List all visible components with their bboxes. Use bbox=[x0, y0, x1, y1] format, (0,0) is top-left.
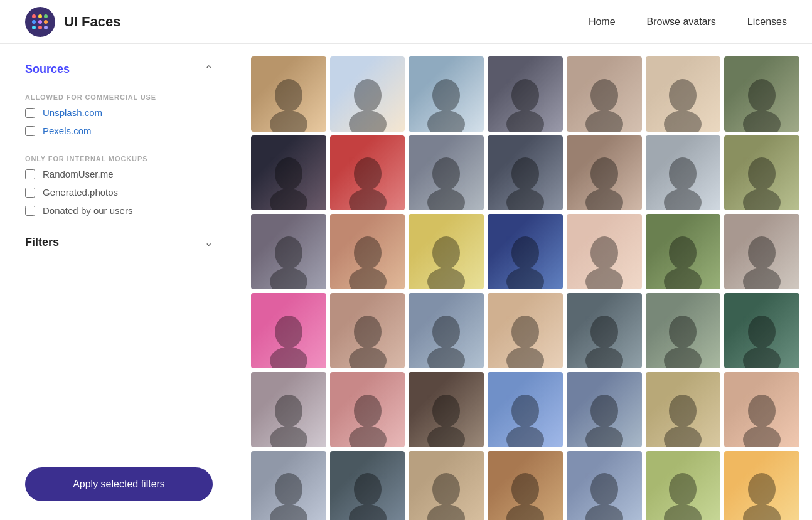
mockup-label: ONLY FOR INTERNAL MOCKUPS bbox=[25, 155, 213, 162]
avatar-item[interactable] bbox=[488, 293, 563, 368]
filters-title: Filters bbox=[25, 236, 59, 249]
avatar-grid-container bbox=[238, 44, 812, 520]
avatar-item[interactable] bbox=[724, 372, 799, 447]
avatar-item[interactable] bbox=[567, 293, 642, 368]
avatar-item[interactable] bbox=[330, 451, 405, 520]
svg-point-80 bbox=[669, 473, 697, 506]
avatar-item[interactable] bbox=[330, 135, 405, 211]
avatar-item[interactable] bbox=[567, 451, 642, 520]
unsplash-label[interactable]: Unsplash.com bbox=[43, 107, 102, 118]
svg-point-46 bbox=[432, 316, 460, 348]
svg-point-21 bbox=[506, 189, 544, 210]
svg-point-42 bbox=[275, 316, 302, 348]
svg-point-54 bbox=[748, 316, 776, 348]
avatar-item[interactable] bbox=[646, 451, 721, 520]
avatar-item[interactable] bbox=[646, 214, 721, 289]
svg-point-45 bbox=[349, 347, 387, 368]
svg-point-53 bbox=[664, 347, 702, 368]
donated-checkbox[interactable] bbox=[25, 206, 35, 216]
svg-point-0 bbox=[275, 79, 302, 112]
avatar-item[interactable] bbox=[488, 451, 563, 520]
avatar-item[interactable] bbox=[646, 135, 721, 211]
apply-filters-button[interactable]: Apply selected filters bbox=[25, 467, 213, 501]
avatar-item[interactable] bbox=[409, 214, 484, 289]
pexels-checkbox[interactable] bbox=[25, 126, 35, 136]
commercial-label: ALLOWED FOR COMMERCIAL USE bbox=[25, 93, 213, 101]
avatar-item[interactable] bbox=[567, 135, 642, 211]
filters-chevron-icon[interactable]: ⌄ bbox=[205, 236, 213, 248]
avatar-item[interactable] bbox=[724, 135, 799, 211]
randomuser-label[interactable]: RandomUser.me bbox=[43, 169, 114, 179]
avatar-item[interactable] bbox=[251, 451, 326, 520]
svg-point-56 bbox=[275, 395, 302, 427]
svg-point-13 bbox=[743, 110, 781, 132]
avatar-item[interactable] bbox=[409, 372, 484, 447]
avatar-item[interactable] bbox=[646, 56, 721, 132]
avatar-item[interactable] bbox=[567, 56, 642, 132]
avatar-item[interactable] bbox=[251, 56, 326, 132]
sources-title: Sources bbox=[25, 63, 70, 76]
svg-point-76 bbox=[511, 473, 539, 506]
svg-point-17 bbox=[349, 189, 387, 210]
avatar-item[interactable] bbox=[488, 372, 563, 447]
generated-label[interactable]: Generated.photos bbox=[43, 187, 118, 198]
avatar-item[interactable] bbox=[409, 451, 484, 520]
svg-point-55 bbox=[743, 347, 781, 368]
nav-browse[interactable]: Browse avatars bbox=[647, 16, 716, 28]
svg-point-51 bbox=[585, 347, 623, 368]
svg-point-30 bbox=[354, 236, 382, 269]
svg-point-12 bbox=[748, 79, 776, 112]
avatar-item[interactable] bbox=[330, 214, 405, 289]
avatar-item[interactable] bbox=[251, 372, 326, 447]
avatar-item[interactable] bbox=[646, 372, 721, 447]
avatar-item[interactable] bbox=[251, 214, 326, 289]
avatar-item[interactable] bbox=[409, 293, 484, 368]
sources-chevron-icon[interactable]: ⌃ bbox=[205, 63, 213, 75]
svg-point-79 bbox=[585, 504, 623, 520]
avatar-item[interactable] bbox=[409, 56, 484, 132]
avatar-item[interactable] bbox=[488, 135, 563, 211]
nav-licenses[interactable]: Licenses bbox=[747, 16, 787, 28]
svg-point-60 bbox=[432, 395, 460, 427]
avatar-grid bbox=[251, 56, 799, 520]
svg-point-39 bbox=[664, 268, 702, 289]
svg-point-43 bbox=[270, 347, 307, 368]
avatar-item[interactable] bbox=[330, 293, 405, 368]
svg-point-24 bbox=[669, 157, 697, 190]
svg-point-19 bbox=[427, 189, 465, 210]
pexels-label[interactable]: Pexels.com bbox=[43, 125, 92, 136]
avatar-item[interactable] bbox=[724, 451, 799, 520]
avatar-item[interactable] bbox=[251, 135, 326, 211]
generated-row: Generated.photos bbox=[25, 187, 213, 198]
avatar-item[interactable] bbox=[330, 372, 405, 447]
svg-point-22 bbox=[590, 157, 618, 190]
svg-point-70 bbox=[275, 473, 302, 506]
randomuser-checkbox[interactable] bbox=[25, 169, 35, 179]
header: UI Faces Home Browse avatars Licenses bbox=[0, 0, 812, 44]
svg-point-47 bbox=[427, 347, 465, 368]
svg-point-9 bbox=[585, 110, 623, 132]
avatar-item[interactable] bbox=[251, 293, 326, 368]
svg-point-40 bbox=[748, 236, 776, 269]
svg-point-50 bbox=[590, 316, 618, 348]
logo-dots bbox=[32, 14, 48, 29]
nav-home[interactable]: Home bbox=[589, 16, 616, 28]
svg-point-38 bbox=[669, 236, 697, 269]
svg-point-25 bbox=[664, 189, 702, 210]
avatar-item[interactable] bbox=[724, 293, 799, 368]
avatar-item[interactable] bbox=[646, 293, 721, 368]
avatar-item[interactable] bbox=[488, 214, 563, 289]
avatar-item[interactable] bbox=[567, 214, 642, 289]
logo-icon[interactable] bbox=[25, 7, 55, 37]
donated-label[interactable]: Donated by our users bbox=[43, 205, 132, 216]
unsplash-checkbox[interactable] bbox=[25, 108, 35, 118]
avatar-item[interactable] bbox=[724, 56, 799, 132]
avatar-item[interactable] bbox=[724, 214, 799, 289]
main-nav: Home Browse avatars Licenses bbox=[589, 16, 787, 28]
svg-point-66 bbox=[669, 395, 697, 427]
avatar-item[interactable] bbox=[330, 56, 405, 132]
generated-checkbox[interactable] bbox=[25, 188, 35, 198]
avatar-item[interactable] bbox=[409, 135, 484, 211]
avatar-item[interactable] bbox=[488, 56, 563, 132]
avatar-item[interactable] bbox=[567, 372, 642, 447]
